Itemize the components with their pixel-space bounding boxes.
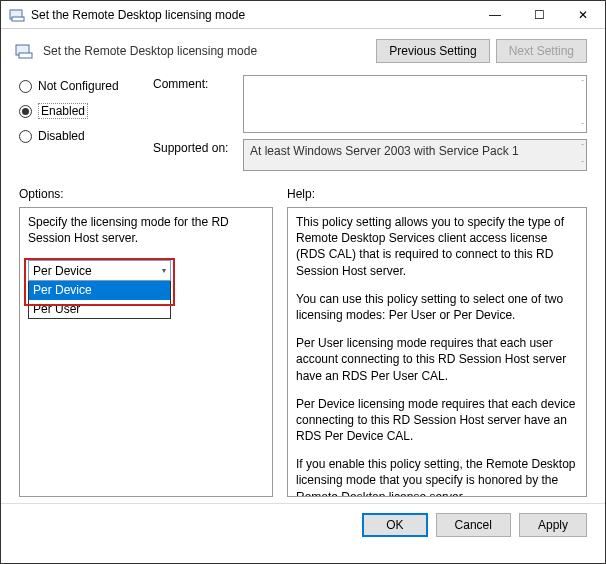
policy-icon [9,7,25,23]
page-title: Set the Remote Desktop licensing mode [43,44,368,58]
footer: OK Cancel Apply [1,503,605,545]
scroll-down-icon: ˇ [581,159,584,168]
window-controls: — ☐ ✕ [473,1,605,29]
dropdown-list: Per Device Per User [28,280,171,318]
dropdown-item-per-user[interactable]: Per User [29,300,170,318]
scroll-up-icon: ˆ [581,78,584,87]
svg-rect-1 [12,17,24,21]
comment-input[interactable]: ˆ ˇ [243,75,587,133]
maximize-button[interactable]: ☐ [517,1,561,29]
help-panel: This policy setting allows you to specif… [287,207,587,497]
radio-icon [19,130,32,143]
scroll-down-icon: ˇ [581,121,584,130]
help-text: Per User licensing mode requires that ea… [296,335,578,384]
minimize-button[interactable]: — [473,1,517,29]
supported-on-value: At least Windows Server 2003 with Servic… [243,139,587,171]
radio-label: Disabled [38,129,85,143]
columns: Options: Specify the licensing mode for … [1,187,605,503]
dropdown-button[interactable]: Per Device ▾ [28,260,171,281]
subheader: Set the Remote Desktop licensing mode Pr… [1,29,605,75]
previous-setting-button[interactable]: Previous Setting [376,39,489,63]
dropdown-item-per-device[interactable]: Per Device [29,281,170,299]
radio-label: Not Configured [38,79,119,93]
radio-label: Enabled [38,103,88,119]
titlebar: Set the Remote Desktop licensing mode — … [1,1,605,29]
help-text: You can use this policy setting to selec… [296,291,578,323]
help-text: If you enable this policy setting, the R… [296,456,578,497]
state-radios: Not Configured Enabled Disabled [19,75,139,177]
next-setting-button: Next Setting [496,39,587,63]
radio-disabled[interactable]: Disabled [19,129,139,143]
comment-label: Comment: [153,75,243,91]
policy-icon [15,43,35,59]
chevron-down-icon: ▾ [162,265,166,276]
licensing-mode-dropdown[interactable]: Per Device ▾ Per Device Per User [28,260,171,318]
help-text: Per Device licensing mode requires that … [296,396,578,445]
dropdown-value: Per Device [33,263,92,279]
help-text: This policy setting allows you to specif… [296,214,578,279]
radio-icon [19,105,32,118]
apply-button[interactable]: Apply [519,513,587,537]
config-area: Not Configured Enabled Disabled Comment:… [1,75,605,187]
close-button[interactable]: ✕ [561,1,605,29]
svg-rect-3 [19,53,32,58]
options-heading: Specify the licensing mode for the RD Se… [28,214,264,246]
options-header: Options: [19,187,273,201]
radio-enabled[interactable]: Enabled [19,103,139,119]
radio-icon [19,80,32,93]
options-panel: Specify the licensing mode for the RD Se… [19,207,273,497]
window-title: Set the Remote Desktop licensing mode [31,8,473,22]
scroll-up-icon: ˆ [581,142,584,151]
supported-on-label: Supported on: [153,139,243,155]
radio-not-configured[interactable]: Not Configured [19,79,139,93]
help-header: Help: [287,187,587,201]
cancel-button[interactable]: Cancel [436,513,511,537]
ok-button[interactable]: OK [362,513,427,537]
